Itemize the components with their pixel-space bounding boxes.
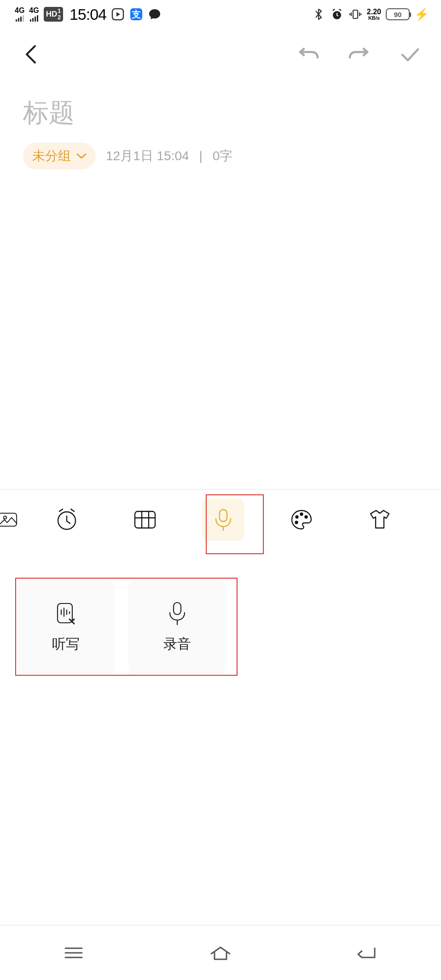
shirt-icon	[367, 507, 393, 533]
back-icon	[354, 944, 381, 962]
toolbar-reminder[interactable]	[28, 490, 106, 550]
palette-icon	[289, 507, 314, 533]
redo-button[interactable]	[345, 41, 373, 68]
menu-icon	[60, 944, 87, 962]
signal-label: 4G	[15, 7, 24, 14]
alipay-app-icon: 支	[129, 7, 143, 21]
dictation-icon	[52, 600, 80, 627]
svg-point-10	[301, 513, 303, 516]
voice-popup: 听写 录音	[17, 580, 226, 674]
title-input[interactable]: 标题	[23, 96, 418, 131]
charging-icon: ⚡	[414, 7, 429, 22]
toolbar-image[interactable]	[0, 490, 28, 550]
status-left: 4G 4G HD12 15:04 支	[15, 6, 162, 23]
redo-icon	[347, 42, 371, 66]
alarm-icon	[330, 7, 344, 21]
svg-point-12	[296, 522, 298, 524]
hd-badge: HD12	[44, 7, 63, 22]
status-right: 2.20 KB/s 90 ⚡	[312, 7, 429, 22]
undo-icon	[296, 42, 320, 66]
signal-label: 4G	[29, 7, 39, 14]
nav-menu[interactable]	[51, 939, 97, 967]
toolbar-template[interactable]	[341, 490, 419, 550]
system-nav-bar	[0, 925, 441, 980]
signal-bars-icon	[30, 15, 38, 22]
editor-toolbar-wrap	[0, 489, 441, 550]
signal-sim1: 4G	[15, 7, 24, 22]
signal-bars-icon	[16, 15, 24, 22]
svg-text:支: 支	[131, 9, 141, 19]
clock-icon	[54, 507, 80, 533]
svg-point-9	[296, 516, 298, 518]
svg-rect-4	[353, 10, 358, 18]
toolbar-table[interactable]	[106, 490, 184, 550]
editor-toolbar	[0, 490, 441, 550]
toolbar-voice[interactable]	[184, 490, 262, 550]
network-speed: 2.20 KB/s	[367, 8, 381, 21]
microphone-icon	[163, 600, 191, 627]
play-app-icon	[111, 7, 125, 21]
vibrate-icon	[348, 7, 362, 21]
header-actions	[295, 41, 424, 68]
confirm-button[interactable]	[396, 41, 424, 68]
status-bar: 4G 4G HD12 15:04 支 2.20 KB/s	[0, 0, 441, 27]
check-icon	[398, 42, 422, 66]
back-button[interactable]	[17, 41, 45, 68]
signal-sim2: 4G	[29, 7, 39, 22]
microphone-icon	[210, 507, 236, 533]
netrate-value: 2.20	[367, 8, 381, 16]
svg-rect-7	[135, 511, 155, 528]
svg-point-11	[305, 516, 308, 518]
chat-bubble-icon	[148, 7, 162, 21]
status-time: 15:04	[70, 6, 106, 23]
app-header	[0, 27, 441, 77]
chevron-left-icon	[19, 42, 43, 66]
toolbar-style[interactable]	[262, 490, 341, 550]
dictation-label: 听写	[52, 635, 80, 654]
table-icon	[132, 507, 158, 533]
svg-rect-14	[174, 603, 181, 615]
netrate-unit: KB/s	[368, 16, 380, 21]
undo-button[interactable]	[295, 41, 322, 68]
dictation-option[interactable]: 听写	[17, 580, 115, 674]
nav-home[interactable]	[197, 939, 244, 967]
image-icon	[0, 507, 20, 533]
record-label: 录音	[163, 635, 191, 654]
nav-back[interactable]	[344, 939, 390, 967]
svg-rect-8	[220, 510, 227, 522]
bluetooth-icon	[312, 7, 325, 21]
svg-point-5	[4, 516, 6, 519]
battery-indicator: 90	[386, 8, 410, 20]
record-option[interactable]: 录音	[128, 580, 226, 674]
home-icon	[207, 944, 234, 962]
